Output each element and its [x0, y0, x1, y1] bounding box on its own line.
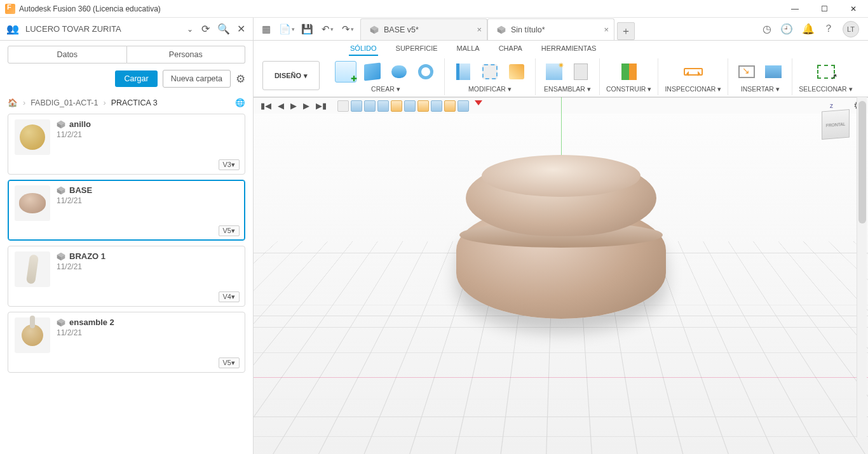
panel-close-icon[interactable]: ✕ — [235, 23, 247, 35]
chevron-down-icon[interactable]: ▾ — [508, 85, 512, 93]
chevron-down-icon[interactable]: ⌄ — [187, 25, 193, 34]
upload-button[interactable]: Cargar — [115, 70, 157, 87]
timeline-play-button[interactable]: ▶ — [288, 101, 299, 110]
chevron-down-icon[interactable]: ▾ — [776, 85, 780, 93]
gear-icon[interactable]: ⚙ — [236, 72, 245, 86]
timeline-feature[interactable] — [444, 100, 456, 112]
breadcrumb-project[interactable]: FABDIG_01-ACT-1 — [31, 98, 98, 107]
timeline-feature[interactable] — [377, 100, 389, 112]
design-item-base[interactable]: BASE 11/2/21 V5▾ — [8, 180, 245, 241]
vertical-scrollbar[interactable] — [857, 97, 867, 437]
ribbon-tab-sheet[interactable]: CHAPA — [498, 44, 524, 56]
timeline-feature[interactable] — [417, 100, 429, 112]
user-avatar[interactable]: LT — [843, 21, 859, 37]
assemble-new-component-button[interactable] — [543, 61, 565, 83]
ribbon-group-select: SELECCIONAR▾ — [792, 58, 858, 95]
timeline-playhead[interactable] — [475, 100, 482, 105]
home-icon[interactable]: 🏠 — [8, 98, 18, 107]
create-cylinder-button[interactable] — [388, 61, 410, 83]
version-dropdown[interactable]: V5▾ — [219, 225, 240, 236]
timeline-start-button[interactable]: ▮◀ — [259, 101, 273, 110]
design-item-anillo[interactable]: anillo 11/2/21 V3▾ — [8, 114, 245, 175]
viewport-3d[interactable]: z FRONTAL x ▮◀ ◀ ▶ ▶ ▶▮ — [254, 97, 868, 454]
refresh-icon[interactable]: ⟳ — [200, 23, 211, 35]
create-torus-button[interactable] — [415, 61, 437, 83]
data-panel-toggle-button[interactable]: ▦ — [257, 20, 275, 38]
file-menu-button[interactable]: 📄▾ — [278, 20, 295, 38]
design-item-brazo[interactable]: BRAZO 1 11/2/21 V4▾ — [8, 246, 245, 307]
workspace-switcher[interactable]: DISEÑO▾ — [262, 61, 320, 90]
timeline-end-button[interactable]: ▶▮ — [314, 101, 329, 110]
chevron-down-icon[interactable]: ▾ — [648, 85, 651, 93]
inspect-measure-button[interactable] — [682, 61, 704, 83]
create-sketch-button[interactable] — [335, 61, 356, 83]
panel-actions: Cargar Nueva carpeta ⚙ — [0, 67, 253, 94]
redo-button[interactable]: ↷▾ — [339, 20, 356, 38]
new-folder-button[interactable]: Nueva carpeta — [163, 70, 231, 88]
main-area: Datos Personas Cargar Nueva carpeta ⚙ 🏠 … — [0, 41, 868, 454]
ribbon-tab-mesh[interactable]: MALLA — [456, 44, 481, 56]
assemble-joint-button[interactable] — [570, 61, 592, 83]
scrollbar-thumb[interactable] — [858, 101, 866, 224]
modify-fillet-button[interactable] — [479, 61, 501, 83]
ribbon-tab-tools[interactable]: HERRAMIENTAS — [540, 44, 598, 56]
modify-presspull-button[interactable] — [452, 61, 474, 83]
undo-button[interactable]: ↶▾ — [318, 20, 336, 38]
timeline-next-button[interactable]: ▶ — [301, 101, 311, 110]
timeline-feature[interactable] — [458, 100, 469, 112]
document-tab-untitled[interactable]: Sin título* × — [487, 18, 614, 40]
viewcube-face[interactable]: FRONTAL — [822, 109, 850, 140]
window-close-button[interactable]: ✕ — [839, 0, 868, 18]
save-button[interactable]: 💾 — [298, 20, 316, 38]
cube-icon — [57, 318, 65, 327]
chevron-down-icon[interactable]: ▾ — [717, 85, 721, 93]
create-box-button[interactable] — [362, 61, 383, 83]
insert-derive-button[interactable] — [736, 61, 757, 83]
panel-tab-data[interactable]: Datos — [8, 46, 127, 63]
timeline-prev-button[interactable]: ◀ — [276, 101, 286, 110]
window-minimize-button[interactable]: — — [780, 0, 810, 18]
timeline-feature[interactable] — [431, 100, 442, 112]
design-item-list: anillo 11/2/21 V3▾ BASE 11/2/21 V5▾ BRAZ… — [0, 114, 253, 373]
design-thumbnail — [15, 185, 50, 221]
extensions-icon[interactable]: ◷ — [763, 23, 771, 35]
timeline-feature[interactable] — [351, 100, 362, 112]
timeline-feature[interactable] — [391, 100, 402, 112]
chevron-down-icon[interactable]: ▾ — [397, 85, 400, 93]
timeline-feature[interactable] — [364, 100, 376, 112]
breadcrumb-sep: › — [103, 98, 105, 107]
document-tab-base[interactable]: BASE v5* × — [360, 18, 487, 40]
ribbon-tab-solid[interactable]: SÓLIDO — [349, 44, 378, 56]
team-name[interactable]: LUCERO TOVAR ZURITA — [25, 24, 178, 34]
job-status-icon[interactable]: 🕘 — [780, 23, 793, 35]
select-button[interactable] — [815, 61, 837, 83]
breadcrumb-sep: › — [23, 98, 25, 107]
chevron-down-icon[interactable]: ▾ — [849, 85, 853, 93]
close-icon[interactable]: × — [604, 25, 609, 34]
search-icon[interactable]: 🔍 — [217, 23, 229, 35]
team-icon[interactable]: 👥 — [6, 23, 19, 35]
design-item-ensamble[interactable]: ensamble 2 11/2/21 V5▾ — [8, 312, 245, 373]
chevron-down-icon: ▾ — [304, 72, 308, 80]
version-dropdown[interactable]: V5▾ — [219, 357, 240, 368]
close-icon[interactable]: × — [477, 25, 482, 34]
chevron-down-icon[interactable]: ▾ — [587, 85, 591, 93]
help-icon[interactable]: ？ — [824, 22, 834, 36]
construct-plane-button[interactable] — [618, 61, 640, 83]
ribbon-group-construct: CONSTRUIR▾ — [600, 58, 658, 95]
timeline-feature[interactable] — [337, 100, 349, 112]
notifications-icon[interactable]: 🔔 — [802, 23, 815, 35]
model-object[interactable] — [456, 204, 666, 319]
timeline-feature[interactable] — [404, 100, 416, 112]
design-thumbnail — [15, 251, 50, 287]
new-tab-button[interactable]: ＋ — [617, 22, 635, 40]
viewcube[interactable]: z FRONTAL x — [816, 105, 855, 144]
insert-decal-button[interactable] — [763, 61, 784, 83]
version-dropdown[interactable]: V3▾ — [219, 159, 240, 170]
version-dropdown[interactable]: V4▾ — [219, 291, 240, 302]
ribbon-tab-surface[interactable]: SUPERFICIE — [395, 44, 439, 56]
web-icon[interactable]: 🌐 — [235, 98, 245, 107]
modify-shell-button[interactable] — [506, 61, 527, 83]
window-maximize-button[interactable]: ☐ — [810, 0, 839, 18]
panel-tab-people[interactable]: Personas — [127, 46, 246, 63]
